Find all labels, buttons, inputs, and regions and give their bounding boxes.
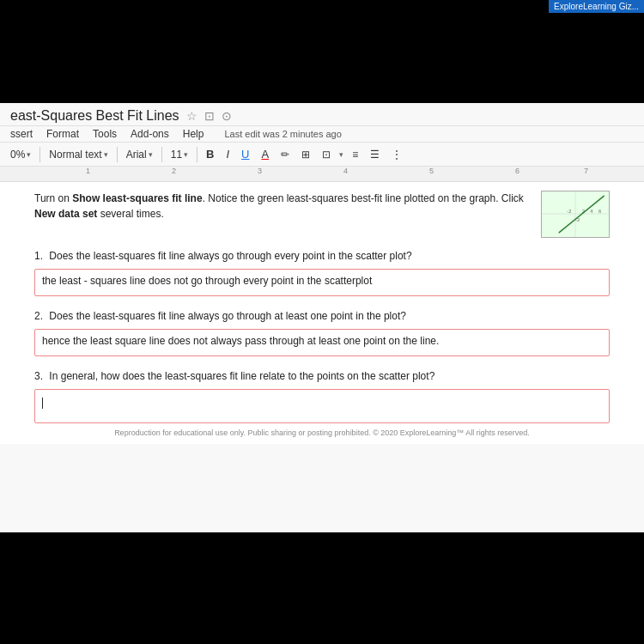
text-cursor bbox=[42, 398, 43, 409]
explore-badge: ExploreLearning Giz... bbox=[549, 0, 644, 13]
toolbar-text-color-button[interactable]: A bbox=[258, 146, 272, 162]
menu-insert[interactable]: ssert bbox=[10, 128, 33, 140]
font-chevron: ▾ bbox=[149, 150, 153, 159]
toolbar-divider-2 bbox=[117, 147, 118, 162]
font-size-value: 11 bbox=[171, 149, 182, 161]
svg-text:-2: -2 bbox=[567, 209, 571, 214]
toolbar-more-chevron: ▾ bbox=[339, 150, 343, 159]
ruler-mark-6: 6 bbox=[515, 167, 519, 175]
question-2-number: 2. bbox=[34, 310, 43, 322]
ruler-mark-2: 2 bbox=[172, 167, 176, 175]
menu-help[interactable]: Help bbox=[183, 128, 204, 140]
toolbar-divider-4 bbox=[197, 147, 197, 162]
menu-bar: ssert Format Tools Add-ons Help Last edi… bbox=[0, 126, 644, 143]
ruler-mark-4: 4 bbox=[343, 167, 348, 175]
intro-text: Turn on Show least-squares fit line. Not… bbox=[34, 191, 532, 222]
answer-2-text: hence the least square line does not alw… bbox=[42, 335, 439, 347]
ruler-mark-3: 3 bbox=[258, 167, 262, 175]
doc-title: east-Squares Best Fit Lines bbox=[10, 108, 179, 124]
ruler-mark-5: 5 bbox=[429, 167, 434, 175]
question-2-body: Does the least-squares fit line always g… bbox=[49, 310, 406, 322]
toolbar-bold-button[interactable]: B bbox=[203, 146, 217, 162]
question-1-body: Does the least-squares fit line always g… bbox=[49, 250, 411, 262]
size-chevron: ▾ bbox=[184, 150, 188, 159]
toolbar-underline-button[interactable]: U bbox=[238, 146, 252, 162]
style-label: Normal text bbox=[49, 149, 101, 161]
style-chevron: ▾ bbox=[104, 150, 108, 159]
toolbar-pencil-icon[interactable]: ✏ bbox=[277, 147, 293, 162]
intro-row: Turn on Show least-squares fit line. Not… bbox=[34, 191, 610, 238]
question-1-text: 1. Does the least-squares fit line alway… bbox=[34, 248, 610, 264]
toolbar: 0% ▾ Normal text ▾ Arial ▾ 11 ▾ B I U A bbox=[0, 143, 644, 167]
ruler-mark-1: 1 bbox=[86, 167, 90, 175]
black-top-bar bbox=[0, 0, 644, 103]
menu-addons[interactable]: Add-ons bbox=[131, 128, 169, 140]
toolbar-link-icon[interactable]: ⊞ bbox=[298, 147, 313, 162]
cloud-icon[interactable]: ⊙ bbox=[222, 109, 232, 123]
zoom-value: 0% bbox=[10, 149, 25, 161]
graph-svg: -2 2 4 6 -2 bbox=[542, 191, 609, 237]
question-3-text: 3. In general, how does the least-square… bbox=[34, 368, 610, 384]
svg-text:4: 4 bbox=[590, 209, 593, 214]
svg-text:6: 6 bbox=[598, 209, 601, 214]
menu-format[interactable]: Format bbox=[46, 128, 79, 140]
save-icon[interactable]: ⊡ bbox=[204, 109, 215, 123]
answer-box-1[interactable]: the least - squares line does not go thr… bbox=[34, 269, 610, 296]
footer-text: Reproduction for educational use only. P… bbox=[0, 428, 644, 437]
answer-1-text: the least - squares line does not go thr… bbox=[42, 275, 372, 287]
zoom-chevron: ▾ bbox=[27, 150, 31, 159]
toolbar-align-icon[interactable]: ≡ bbox=[349, 147, 361, 162]
ruler-mark-7: 7 bbox=[584, 167, 588, 175]
bold-new-dataset: New data set bbox=[34, 208, 97, 220]
toolbar-indent-icon[interactable]: ⋮ bbox=[388, 147, 405, 162]
question-2-text: 2. Does the least-squares fit line alway… bbox=[34, 308, 610, 324]
toolbar-divider-3 bbox=[161, 147, 162, 162]
toolbar-italic-button[interactable]: I bbox=[222, 146, 233, 162]
toolbar-zoom[interactable]: 0% ▾ bbox=[7, 147, 34, 162]
title-bar: east-Squares Best Fit Lines ☆ ⊡ ⊙ bbox=[0, 103, 644, 126]
black-bottom-bar bbox=[0, 532, 644, 644]
toolbar-image-icon[interactable]: ⊡ bbox=[319, 147, 334, 162]
ruler-content: 1 2 3 4 5 6 7 bbox=[34, 167, 610, 181]
font-label: Arial bbox=[126, 149, 147, 161]
graph-thumbnail: -2 2 4 6 -2 bbox=[541, 191, 610, 238]
toolbar-divider-1 bbox=[39, 147, 40, 162]
question-3-number: 3. bbox=[34, 370, 43, 382]
doc-area: east-Squares Best Fit Lines ☆ ⊡ ⊙ ssert … bbox=[0, 103, 644, 532]
toolbar-font-selector[interactable]: Arial ▾ bbox=[123, 147, 156, 162]
toolbar-style-selector[interactable]: Normal text ▾ bbox=[46, 147, 111, 162]
ruler: 1 2 3 4 5 6 7 bbox=[0, 167, 644, 182]
bold-show-line: Show least-squares fit line bbox=[72, 192, 202, 204]
toolbar-font-size[interactable]: 11 ▾ bbox=[167, 147, 191, 162]
question-1-number: 1. bbox=[34, 250, 43, 262]
last-edit-status: Last edit was 2 minutes ago bbox=[224, 129, 341, 139]
toolbar-list-icon[interactable]: ☰ bbox=[367, 147, 383, 162]
star-icon[interactable]: ☆ bbox=[186, 109, 197, 123]
menu-tools[interactable]: Tools bbox=[93, 128, 117, 140]
content-area: Turn on Show least-squares fit line. Not… bbox=[0, 182, 644, 444]
answer-box-2[interactable]: hence the least square line does not alw… bbox=[34, 329, 610, 356]
screen: ExploreLearning Giz... east-Squares Best… bbox=[0, 0, 644, 644]
answer-box-3[interactable] bbox=[34, 389, 610, 423]
question-3-body: In general, how does the least-squares f… bbox=[49, 370, 434, 382]
svg-line-7 bbox=[559, 196, 605, 233]
